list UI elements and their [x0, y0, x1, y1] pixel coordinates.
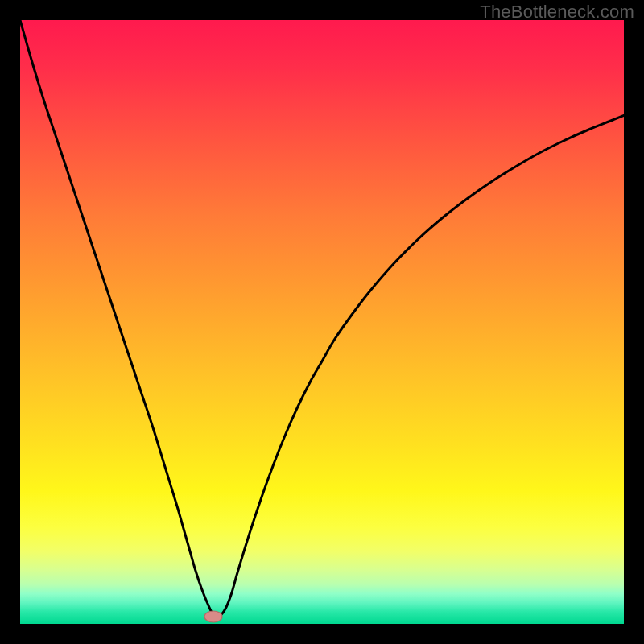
chart-frame: TheBottleneck.com: [0, 0, 644, 644]
watermark-text: TheBottleneck.com: [480, 2, 634, 23]
plot-area: [20, 20, 624, 624]
dot-layer: [20, 20, 624, 624]
